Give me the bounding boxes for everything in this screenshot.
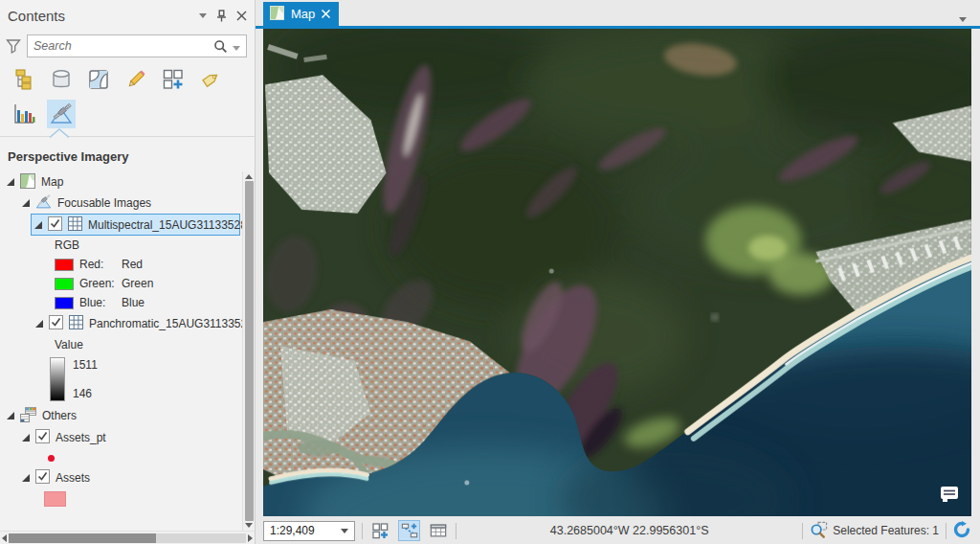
tree-item-assets-pt[interactable]: Assets_pt bbox=[0, 426, 242, 449]
vertical-scroll-thumb[interactable] bbox=[245, 181, 254, 521]
legend-header-value: Value bbox=[0, 335, 242, 354]
list-by-snapping-icon[interactable] bbox=[159, 65, 188, 94]
search-box[interactable] bbox=[27, 34, 247, 57]
expand-triangle-icon[interactable] bbox=[35, 320, 43, 328]
tree-item-focusable-images[interactable]: Focusable Images bbox=[0, 193, 242, 214]
value-ramp: 1511 146 bbox=[0, 354, 242, 405]
list-by-editing-icon[interactable] bbox=[122, 65, 150, 94]
list-by-perspective-imagery-icon[interactable] bbox=[47, 100, 76, 128]
pin-icon[interactable] bbox=[216, 10, 227, 22]
panel-title: Contents bbox=[8, 8, 199, 24]
panel-menu-caret-icon[interactable] bbox=[199, 13, 207, 18]
scale-caret-icon[interactable] bbox=[341, 529, 348, 533]
blue-swatch bbox=[55, 297, 74, 309]
separator bbox=[802, 523, 803, 539]
table-icon[interactable] bbox=[427, 520, 449, 541]
magnifier-icon[interactable] bbox=[213, 39, 228, 54]
list-by-drawing-order-icon[interactable] bbox=[10, 65, 38, 94]
list-by-labeling-icon[interactable] bbox=[196, 65, 225, 94]
list-by-selection-icon[interactable] bbox=[84, 65, 113, 94]
map-pane: Map bbox=[256, 0, 980, 544]
expand-triangle-icon[interactable] bbox=[22, 199, 30, 207]
raster-layer-icon bbox=[69, 315, 83, 332]
expand-triangle-icon[interactable] bbox=[7, 178, 14, 186]
legend-row-red: Red:Red bbox=[0, 255, 242, 274]
list-by-toolbar bbox=[0, 63, 255, 134]
scroll-down-icon[interactable] bbox=[245, 523, 253, 528]
view-tab-strip: Map bbox=[256, 0, 980, 26]
satellite-imagery bbox=[263, 29, 971, 516]
grid-plus-icon[interactable] bbox=[369, 520, 391, 541]
map-status-bar: 1:29,409 43.2685004°W 22.9956301°S Selec… bbox=[256, 518, 980, 544]
list-by-charts-icon[interactable] bbox=[10, 100, 38, 128]
search-input[interactable] bbox=[33, 39, 213, 53]
tables-group-icon bbox=[20, 407, 36, 425]
expand-triangle-icon[interactable] bbox=[7, 412, 14, 419]
red-swatch bbox=[55, 259, 74, 271]
separator bbox=[456, 523, 457, 539]
expand-triangle-icon[interactable] bbox=[22, 434, 30, 442]
map-canvas[interactable] bbox=[263, 29, 971, 516]
close-icon[interactable] bbox=[236, 11, 247, 21]
toolbar-divider bbox=[0, 136, 255, 146]
snapping-icon[interactable] bbox=[398, 520, 420, 541]
section-label: Perspective Imagery bbox=[0, 146, 255, 171]
separator bbox=[946, 523, 947, 539]
close-icon[interactable] bbox=[322, 10, 330, 18]
checkbox-checked[interactable] bbox=[48, 216, 62, 234]
legend-header-rgb: RGB bbox=[0, 236, 242, 255]
scale-value: 1:29,409 bbox=[270, 524, 337, 537]
horizontal-scroll-thumb[interactable] bbox=[9, 533, 156, 543]
contents-panel-header: Contents bbox=[0, 0, 255, 31]
assets-pt-symbol-row bbox=[0, 449, 242, 466]
search-options-caret-icon[interactable] bbox=[233, 37, 240, 55]
map-thumbnail-icon bbox=[20, 173, 35, 192]
legend-row-blue: Blue:Blue bbox=[0, 293, 242, 312]
zoom-to-selection-icon[interactable] bbox=[810, 521, 828, 541]
map-thumbnail-icon bbox=[270, 6, 284, 23]
horizontal-scrollbar[interactable] bbox=[0, 531, 255, 544]
point-symbol-swatch[interactable] bbox=[48, 455, 55, 462]
layer-tree: Map Focusable Images Multispectral_15AUG… bbox=[0, 171, 242, 531]
contents-panel: Contents bbox=[0, 0, 256, 544]
expand-triangle-icon[interactable] bbox=[34, 221, 42, 229]
tree-item-assets[interactable]: Assets bbox=[0, 466, 242, 489]
scale-combo[interactable]: 1:29,409 bbox=[263, 521, 355, 541]
checkbox-checked[interactable] bbox=[49, 315, 63, 332]
filter-funnel-icon[interactable] bbox=[6, 38, 21, 54]
polygon-symbol-swatch[interactable] bbox=[44, 491, 66, 507]
grayscale-ramp-swatch bbox=[50, 357, 65, 401]
green-swatch bbox=[55, 278, 74, 290]
checkbox-checked[interactable] bbox=[35, 469, 50, 487]
arcgis-pro-window: Contents bbox=[0, 0, 980, 544]
perspective-imagery-icon bbox=[35, 193, 52, 213]
tab-map[interactable]: Map bbox=[263, 2, 339, 26]
legend-row-green: Green:Green bbox=[0, 274, 242, 293]
tab-overflow-caret-icon[interactable] bbox=[959, 9, 967, 26]
cursor-coordinates[interactable]: 43.2685004°W 22.9956301°S bbox=[463, 524, 795, 537]
selected-tab-notch-icon bbox=[50, 128, 69, 138]
tree-item-multispectral[interactable]: Multispectral_15AUG31133528-M bbox=[31, 214, 240, 236]
raster-layer-icon bbox=[68, 216, 82, 234]
expand-triangle-icon[interactable] bbox=[22, 474, 30, 482]
list-by-data-source-icon[interactable] bbox=[47, 65, 76, 94]
refresh-icon[interactable] bbox=[953, 521, 970, 541]
tab-label: Map bbox=[291, 7, 315, 21]
scroll-left-icon[interactable] bbox=[2, 534, 7, 542]
ramp-min-label: 146 bbox=[73, 387, 98, 400]
scroll-up-icon[interactable] bbox=[245, 174, 253, 179]
assets-symbol-row bbox=[0, 489, 242, 509]
tree-item-others[interactable]: Others bbox=[0, 405, 242, 426]
tree-item-map[interactable]: Map bbox=[0, 171, 242, 193]
tree-item-panchromatic[interactable]: Panchromatic_15AUG31133528-P bbox=[0, 312, 242, 335]
map-message-panel-icon[interactable] bbox=[939, 485, 960, 507]
checkbox-checked[interactable] bbox=[35, 429, 50, 446]
ramp-max-label: 1511 bbox=[73, 358, 98, 372]
scroll-right-icon[interactable] bbox=[248, 534, 253, 542]
selected-features-label: Selected Features: 1 bbox=[833, 524, 939, 537]
separator bbox=[362, 523, 363, 539]
selected-features-indicator[interactable]: Selected Features: 1 bbox=[810, 521, 939, 541]
vertical-scrollbar[interactable] bbox=[242, 171, 255, 531]
